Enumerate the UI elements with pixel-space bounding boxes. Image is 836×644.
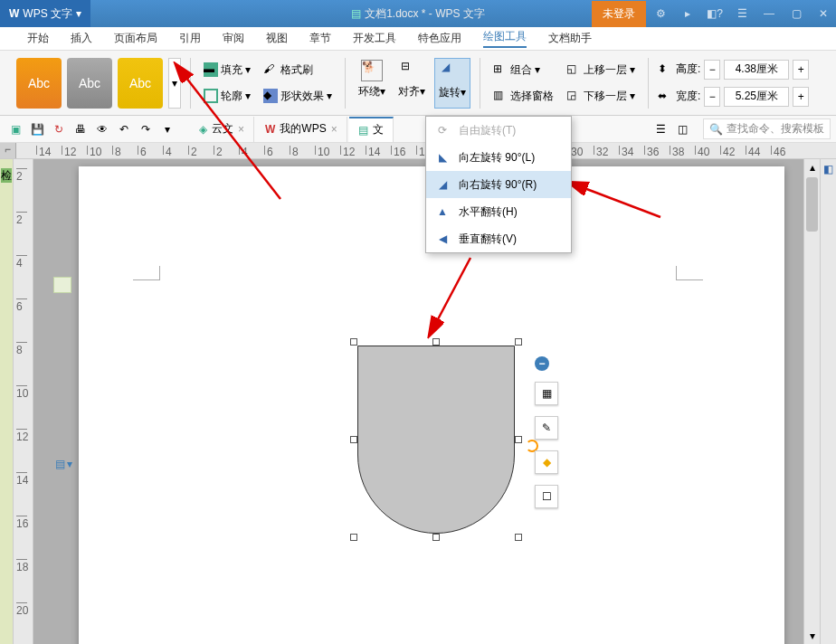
rotate-right-icon: ◢ (435, 177, 450, 192)
float-edit-icon[interactable]: ✎ (535, 416, 558, 440)
flip-horizontal[interactable]: ▲ 水平翻转(H) (426, 198, 571, 225)
menu-chapter[interactable]: 章节 (309, 31, 331, 46)
width-icon: ⬌ (658, 90, 672, 104)
section-toggle[interactable]: ▤▾ (55, 458, 72, 470)
rotate-left-90[interactable]: ◣ 向左旋转 90°(L) (426, 144, 571, 171)
tab-document[interactable]: ▤ 文 (349, 117, 394, 142)
check-badge[interactable]: 检 (1, 168, 12, 183)
bring-forward-button[interactable]: ◱ 上移一层▾ (563, 61, 639, 80)
undo-icon[interactable]: ↶ (114, 119, 134, 139)
tab-cloud[interactable]: ◈ 云文 × (190, 117, 254, 142)
tab-mywps[interactable]: W 我的WPS × (256, 117, 347, 142)
ruler-vertical[interactable]: 22468101214161820 (14, 159, 33, 644)
command-search[interactable]: 🔍 查找命令、搜索模板 (703, 118, 831, 139)
menu-page-layout[interactable]: 页面布局 (114, 31, 157, 46)
fill-button[interactable]: ▬ 填充▾ (200, 61, 254, 80)
width-decrease[interactable]: − (704, 87, 720, 107)
selection-pane-button[interactable]: ▥ 选择窗格 (489, 87, 557, 106)
canvas[interactable]: − ▦ ✎ ◆ ☐ ▤▾ (33, 159, 803, 644)
resize-handle[interactable] (350, 338, 357, 346)
login-button[interactable]: 未登录 (592, 1, 646, 27)
resize-handle[interactable] (515, 338, 522, 346)
document-title: ▤ 文档1.docx * - WPS 文字 (351, 6, 485, 22)
outline-toggle[interactable] (53, 277, 71, 293)
save-icon[interactable]: 💾 (27, 119, 47, 139)
ruler-corner[interactable]: ⌐ (0, 143, 16, 159)
sidebar-icon[interactable]: ◧ (821, 163, 836, 175)
float-fill-icon[interactable]: ◆ (535, 450, 558, 474)
menu-view[interactable]: 视图 (266, 31, 288, 46)
menu-start[interactable]: 开始 (27, 31, 49, 46)
width-input[interactable] (724, 87, 789, 107)
resize-handle[interactable] (350, 534, 357, 541)
tab-list-icon[interactable]: ☰ (651, 119, 670, 139)
menu-drawing-tools[interactable]: 绘图工具 (483, 29, 527, 48)
resize-handle[interactable] (432, 534, 440, 541)
scrollbar-vertical[interactable]: ▴ ▾ (803, 159, 820, 644)
scroll-up-icon[interactable]: ▴ (804, 161, 820, 174)
float-layout-icon[interactable]: ▦ (535, 382, 558, 405)
refresh-icon[interactable]: ↻ (49, 119, 69, 139)
height-decrease[interactable]: − (704, 60, 720, 80)
brush-icon: 🖌 (263, 62, 278, 77)
shape-effect-button[interactable]: ◆ 形状效果▾ (260, 87, 336, 106)
height-increase[interactable]: + (793, 60, 809, 80)
effect-icon: ◆ (263, 89, 278, 103)
flip-v-icon: ◀ (435, 232, 450, 246)
tab-close[interactable]: × (331, 123, 337, 136)
minimize-button[interactable]: — (756, 0, 782, 27)
ruler-horizontal[interactable]: ⌐ 14121086422468101214161820222426283032… (0, 143, 836, 159)
scroll-down-icon[interactable]: ▾ (804, 630, 820, 642)
rotate-dropdown: ⟳ 自由旋转(T) ◣ 向左旋转 90°(L) ◢ 向右旋转 90°(R) ▲ … (425, 116, 572, 253)
align-button[interactable]: ⊟ 对齐▾ (394, 58, 429, 109)
window-icon[interactable]: ◫ (672, 119, 692, 139)
app-menu-button[interactable]: W WPS 文字 ▾ (0, 0, 90, 27)
width-increase[interactable]: + (793, 87, 809, 107)
float-outline-icon[interactable]: ☐ (535, 485, 558, 508)
resize-handle[interactable] (432, 338, 440, 346)
maximize-button[interactable]: ▢ (784, 0, 809, 27)
menubar: 开始 插入 页面布局 引用 审阅 视图 章节 开发工具 特色应用 绘图工具 文档… (0, 27, 836, 51)
new-icon[interactable]: ▣ (5, 119, 25, 139)
shape-style-2[interactable]: Abc (67, 58, 112, 109)
flip-vertical[interactable]: ◀ 垂直翻转(V) (426, 225, 571, 252)
resize-handle[interactable] (350, 436, 357, 443)
resize-handle[interactable] (515, 534, 522, 541)
overflow-icon[interactable]: ☰ (729, 0, 755, 27)
outline-button[interactable]: 轮廓▾ (200, 87, 254, 106)
resize-handle[interactable] (515, 436, 522, 443)
rotate-right-90[interactable]: ◢ 向右旋转 90°(R) (426, 171, 571, 198)
selected-shape[interactable] (350, 338, 522, 541)
left-strip: 检 (0, 159, 14, 644)
shape-body[interactable] (357, 346, 515, 534)
rotate-button[interactable]: ◢ 旋转▾ (434, 58, 470, 109)
shape-style-more[interactable]: ▾ (168, 58, 181, 109)
margin-corner-tr (676, 266, 703, 280)
menu-special[interactable]: 特色应用 (418, 31, 461, 46)
print-preview-icon[interactable]: 👁 (92, 119, 112, 139)
wrap-button[interactable]: 🐕 环绕▾ (355, 58, 389, 109)
shape-style-1[interactable]: Abc (16, 58, 62, 109)
tab-close[interactable]: × (238, 123, 244, 136)
send-backward-button[interactable]: ◲ 下移一层▾ (563, 87, 639, 106)
floating-toolbar: − ▦ ✎ ◆ ☐ (535, 356, 558, 508)
height-label: 高度: (676, 62, 700, 77)
collapse-icon[interactable]: − (535, 356, 549, 371)
print-icon[interactable]: 🖶 (71, 119, 90, 139)
qat-more[interactable]: ▾ (157, 119, 177, 139)
close-button[interactable]: ✕ (811, 0, 836, 27)
scrollbar-thumb[interactable] (806, 177, 818, 232)
group-button[interactable]: ⊞ 组合▾ (489, 61, 557, 80)
shape-style-3[interactable]: Abc (118, 58, 163, 109)
share-icon[interactable]: ▸ (675, 0, 700, 27)
redo-icon[interactable]: ↷ (136, 119, 156, 139)
sync-icon[interactable]: ◧? (702, 0, 727, 27)
format-painter-button[interactable]: 🖌 格式刷 (260, 61, 336, 80)
menu-reference[interactable]: 引用 (179, 31, 201, 46)
height-input[interactable] (724, 60, 789, 80)
menu-review[interactable]: 审阅 (223, 31, 244, 46)
menu-insert[interactable]: 插入 (71, 31, 92, 46)
settings-icon[interactable]: ⚙ (648, 0, 673, 27)
menu-doc-assistant[interactable]: 文档助手 (548, 31, 592, 46)
menu-dev-tools[interactable]: 开发工具 (353, 31, 396, 46)
